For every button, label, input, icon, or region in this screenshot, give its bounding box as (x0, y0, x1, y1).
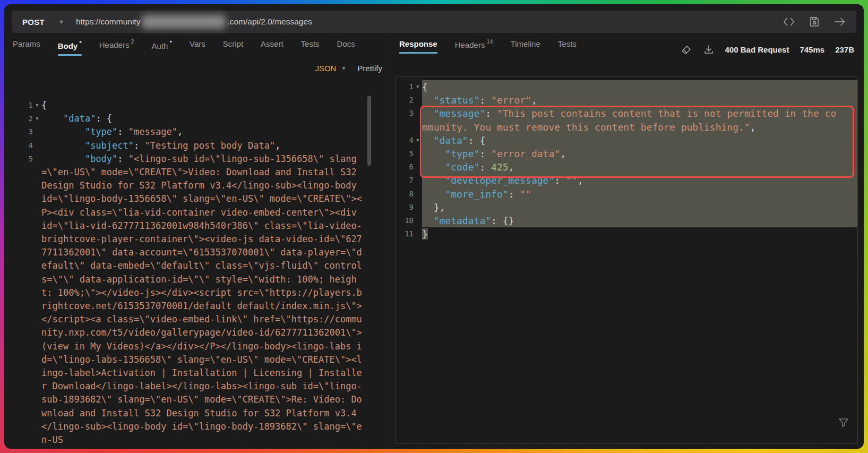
tab-response[interactable]: Response (399, 39, 437, 54)
code-content: "data": { (41, 112, 375, 125)
line-number: 10 (400, 214, 414, 227)
code-line: 6 "code": 425, (396, 160, 857, 174)
method-chevron-down-icon[interactable]: ▼ (58, 19, 64, 25)
line-number: 6 (400, 160, 414, 174)
code-line: 7 "developer_message": "", (396, 174, 857, 187)
fold-caret-icon[interactable]: ▼ (414, 80, 422, 93)
code-line: 1▼{ (16, 99, 375, 112)
method-selector[interactable]: POST (12, 18, 45, 27)
code-line: 5 "type": "error_data", (396, 147, 857, 160)
code-line: 2▼ "data": { (16, 112, 375, 125)
line-number: 5 (22, 152, 33, 166)
headers-count-badge: 2 (131, 38, 134, 45)
line-number: 9 (400, 201, 414, 214)
line-number: 1 (22, 99, 33, 112)
code-line: 4 "subject": "Testing post body Data", (16, 139, 375, 152)
status-badge: 400 Bad Request (725, 45, 789, 54)
request-tabs: Params Body• Headers2 Auth• Vars Script … (13, 39, 355, 56)
modified-dot: • (79, 38, 82, 46)
request-url-bar: POST ▼ https://community.com/api/2.0/mes… (12, 11, 856, 33)
body-format-selector[interactable]: JSON (315, 64, 336, 73)
code-line: 4▼ "data": { (396, 134, 857, 147)
code-content: { (422, 80, 857, 93)
code-content: "body": "<lingo-sub id=\"lingo-sub-13566… (41, 152, 375, 447)
line-number: 11 (400, 227, 414, 241)
tab-headers[interactable]: Headers2 (99, 39, 134, 55)
line-number: 4 (22, 139, 33, 152)
response-size: 237B (835, 45, 854, 54)
tab-tests[interactable]: Tests (301, 39, 320, 54)
code-line: 9 }, (396, 201, 857, 214)
clear-response-icon[interactable] (681, 44, 692, 55)
body-format-toolbar: JSON ▼ Prettify (4, 64, 382, 73)
prettify-button[interactable]: Prettify (357, 64, 382, 73)
code-content: "data": { (422, 134, 857, 147)
response-headers-count-badge: 14 (486, 38, 493, 45)
fold-caret-icon[interactable]: ▼ (33, 112, 41, 125)
api-client-window: POST ▼ https://community.com/api/2.0/mes… (4, 4, 864, 449)
tab-vars[interactable]: Vars (190, 39, 205, 54)
code-line: 5 "body": "<lingo-sub id=\"lingo-sub-135… (16, 152, 375, 447)
download-response-icon[interactable] (703, 44, 715, 55)
url-suffix: .com/api/2.0/messages (227, 17, 312, 27)
fold-caret-icon[interactable]: ▼ (33, 99, 41, 112)
url-prefix: https://community (76, 17, 140, 27)
line-number: 5 (400, 147, 414, 160)
code-content: "message": "This post contains content t… (422, 107, 857, 133)
code-content: }, (422, 201, 857, 214)
tab-params[interactable]: Params (13, 39, 40, 54)
tab-response-headers[interactable]: Headers14 (455, 39, 493, 55)
tab-response-tests[interactable]: Tests (558, 39, 577, 54)
code-content: } (422, 227, 857, 241)
send-button[interactable] (834, 16, 846, 28)
code-line: 1▼{ (396, 80, 857, 93)
line-number: 7 (400, 174, 414, 187)
code-content: "type": "error_data", (422, 147, 857, 160)
code-content: "code": 425, (422, 160, 857, 174)
line-number: 2 (22, 112, 33, 125)
url-input[interactable]: https://community.com/api/2.0/messages (76, 15, 312, 29)
code-line: 3 "type": "message", (16, 125, 375, 139)
code-line: 3 "message": "This post contains content… (396, 107, 857, 133)
code-line: 2 "status": "error", (396, 93, 857, 107)
tab-script[interactable]: Script (223, 39, 243, 54)
filter-response-icon[interactable] (838, 418, 849, 430)
save-icon[interactable] (809, 16, 820, 28)
urlbar-actions (783, 16, 856, 28)
line-number: 1 (400, 80, 414, 93)
redacted-url-segment (142, 15, 226, 29)
response-tabs: Response Headers14 Timeline Tests (399, 39, 577, 55)
tab-docs[interactable]: Docs (337, 39, 355, 54)
line-number: 2 (400, 93, 414, 107)
line-number: 4 (400, 134, 414, 147)
fold-caret-icon[interactable]: ▼ (414, 134, 422, 147)
code-line: 11} (396, 227, 857, 241)
request-body-editor[interactable]: 1▼{2▼ "data": {3 "type": "message",4 "su… (16, 95, 375, 449)
tab-body[interactable]: Body• (58, 39, 82, 56)
code-content: "developer_message": "", (422, 174, 857, 187)
code-line: 8 "more_info": "" (396, 187, 857, 201)
code-content: "type": "message", (41, 125, 375, 139)
editor-scrollbar[interactable] (367, 96, 371, 166)
code-snippet-icon[interactable] (783, 16, 795, 28)
panel-divider (390, 38, 390, 449)
line-number: 3 (400, 107, 414, 120)
tab-assert[interactable]: Assert (261, 39, 283, 54)
code-content: { (41, 99, 375, 112)
code-content: "status": "error", (422, 93, 857, 107)
line-number: 3 (22, 125, 33, 139)
code-content: "subject": "Testing post body Data", (41, 139, 375, 152)
code-line: 10 "metadata": {} (396, 214, 857, 227)
response-meta: 400 Bad Request 745ms 237B (681, 44, 854, 55)
response-body-viewer[interactable]: 1▼{2 "status": "error",3 "message": "Thi… (395, 76, 858, 444)
tab-timeline[interactable]: Timeline (511, 39, 540, 54)
modified-dot: • (169, 38, 172, 46)
code-content: "more_info": "" (422, 187, 857, 201)
line-number: 8 (400, 187, 414, 201)
code-content: "metadata": {} (422, 214, 857, 227)
tab-auth[interactable]: Auth• (152, 39, 172, 56)
format-chevron-down-icon[interactable]: ▼ (341, 65, 346, 71)
response-time: 745ms (800, 45, 824, 54)
